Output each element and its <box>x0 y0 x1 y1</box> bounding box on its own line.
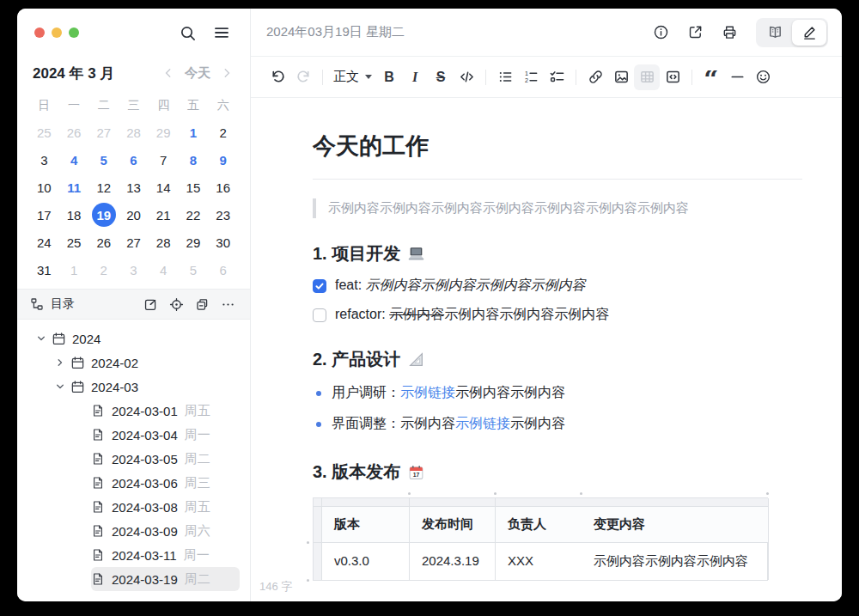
calendar-day[interactable]: 28 <box>119 119 149 146</box>
calendar-day[interactable]: 23 <box>208 201 238 229</box>
checkbox-unchecked[interactable] <box>313 308 326 322</box>
calendar-day[interactable]: 1 <box>179 119 209 146</box>
info-icon[interactable] <box>648 20 673 46</box>
calendar-day[interactable]: 25 <box>29 119 59 146</box>
calendar-day[interactable]: 22 <box>179 201 209 229</box>
italic-button[interactable]: I <box>402 64 428 90</box>
menu-icon[interactable] <box>210 21 233 44</box>
code-block-button[interactable] <box>660 64 685 90</box>
calendar-day[interactable]: 3 <box>119 256 149 284</box>
prev-month-icon[interactable] <box>161 65 176 81</box>
calendar-day[interactable]: 31 <box>29 256 59 284</box>
toc-tree-item[interactable]: 2024-02 <box>53 351 240 375</box>
row-handle-dot[interactable] <box>307 541 309 544</box>
calendar-day[interactable]: 6 <box>208 256 238 284</box>
calendar-day[interactable]: 24 <box>29 229 59 256</box>
checkbox-checked[interactable] <box>313 279 326 293</box>
undo-button[interactable] <box>265 64 290 90</box>
column-handle-dot[interactable] <box>408 492 411 495</box>
calendar-day[interactable]: 20 <box>119 201 149 229</box>
column-handle-dot[interactable] <box>494 492 497 495</box>
calendar-day[interactable]: 15 <box>179 174 209 201</box>
calendar-day[interactable]: 4 <box>59 146 89 174</box>
column-handle[interactable] <box>410 498 496 507</box>
calendar-day[interactable]: 3 <box>29 146 59 174</box>
collapse-all-icon[interactable] <box>192 294 212 314</box>
row-handle[interactable] <box>314 543 322 580</box>
quote-button[interactable]: “ <box>698 70 724 84</box>
calendar-day[interactable]: 26 <box>59 119 89 146</box>
read-mode-button[interactable] <box>758 20 792 46</box>
share-export-icon[interactable] <box>682 20 708 46</box>
calendar-day[interactable]: 29 <box>149 119 179 146</box>
toc-tree-item[interactable]: 2024-03-08 周五 <box>91 495 240 519</box>
calendar-day[interactable]: 11 <box>59 174 89 201</box>
emoji-button[interactable] <box>750 64 776 90</box>
row-handle[interactable] <box>314 507 322 543</box>
calendar-day[interactable]: 25 <box>59 229 89 256</box>
horizontal-rule-button[interactable] <box>724 64 750 90</box>
column-handle[interactable] <box>322 498 410 507</box>
calendar-day[interactable]: 6 <box>119 146 149 174</box>
checklist-button[interactable] <box>544 64 570 90</box>
insert-image-button[interactable] <box>608 64 634 90</box>
bullet-list-button[interactable] <box>492 64 518 90</box>
calendar-day[interactable]: 9 <box>208 146 238 174</box>
calendar-day[interactable]: 13 <box>119 174 149 201</box>
table-header-cell[interactable]: 负责人 <box>496 507 582 543</box>
toc-tree-item[interactable]: 2024-03-09 周六 <box>91 519 240 543</box>
paragraph-style-select[interactable]: 正文 <box>329 64 376 90</box>
table-cell[interactable]: 2024.3.19 <box>410 543 496 580</box>
more-options-icon[interactable] <box>217 294 238 314</box>
calendar-day[interactable]: 26 <box>88 229 119 256</box>
calendar-day[interactable]: 10 <box>29 174 59 201</box>
minimize-window-button[interactable] <box>52 27 62 38</box>
redo-button[interactable] <box>290 64 316 90</box>
calendar-day[interactable]: 7 <box>149 146 179 174</box>
close-window-button[interactable] <box>34 27 45 38</box>
edit-mode-button[interactable] <box>792 20 826 46</box>
expander-chevron-icon[interactable] <box>53 356 67 369</box>
calendar-day[interactable]: 16 <box>208 174 238 201</box>
calendar-day[interactable]: 19 <box>88 201 119 229</box>
numbered-list-button[interactable]: 12 <box>518 64 544 90</box>
calendar-day[interactable]: 5 <box>179 256 209 284</box>
zoom-window-button[interactable] <box>69 27 79 38</box>
toc-tree-item[interactable]: 2024-03 <box>53 375 240 399</box>
calendar-day[interactable]: 14 <box>149 174 179 201</box>
toc-tree-item[interactable]: 2024-03-01 周五 <box>91 399 240 423</box>
toc-tree-item[interactable]: 2024-03-11 周一 <box>91 543 240 567</box>
calendar-day[interactable]: 30 <box>208 229 238 256</box>
calendar-day[interactable]: 18 <box>59 201 89 229</box>
table-header-cell[interactable]: 变更内容 <box>582 507 769 543</box>
calendar-day[interactable]: 28 <box>149 229 179 256</box>
table-corner-handle[interactable] <box>314 498 322 507</box>
expander-chevron-icon[interactable] <box>34 332 48 345</box>
search-icon[interactable] <box>176 21 198 44</box>
insert-table-button[interactable] <box>634 64 660 90</box>
toc-tree-item[interactable]: 2024-03-19 周二 <box>91 567 240 591</box>
toc-tree-item[interactable]: 2024-03-06 周三 <box>91 471 240 495</box>
table-header-cell[interactable]: 发布时间 <box>410 507 496 543</box>
table-cell[interactable]: v0.3.0 <box>322 543 410 580</box>
column-handle[interactable] <box>496 498 582 507</box>
calendar-day[interactable]: 5 <box>88 146 119 174</box>
table-header-cell[interactable]: 版本 <box>322 507 410 543</box>
calendar-day[interactable]: 2 <box>208 119 238 146</box>
strikethrough-button[interactable]: S <box>428 64 454 90</box>
toc-tree-item[interactable]: 2024 <box>34 326 240 351</box>
next-month-icon[interactable] <box>219 65 235 81</box>
toc-tree-item[interactable]: 2024-03-04 周一 <box>91 423 240 447</box>
locate-current-icon[interactable] <box>166 294 186 314</box>
calendar-day[interactable]: 21 <box>149 201 179 229</box>
calendar-day[interactable]: 12 <box>88 174 119 201</box>
calendar-day[interactable]: 2 <box>88 256 119 284</box>
expander-chevron-icon[interactable] <box>53 380 67 393</box>
table-cell[interactable]: XXX <box>496 543 582 580</box>
link-button[interactable] <box>582 64 608 90</box>
print-icon[interactable] <box>716 20 742 46</box>
column-handle[interactable] <box>582 498 769 507</box>
inline-code-button[interactable] <box>454 64 479 90</box>
sample-link[interactable]: 示例链接 <box>400 385 455 399</box>
toc-tree-item[interactable]: 2024-03-05 周二 <box>91 447 240 471</box>
